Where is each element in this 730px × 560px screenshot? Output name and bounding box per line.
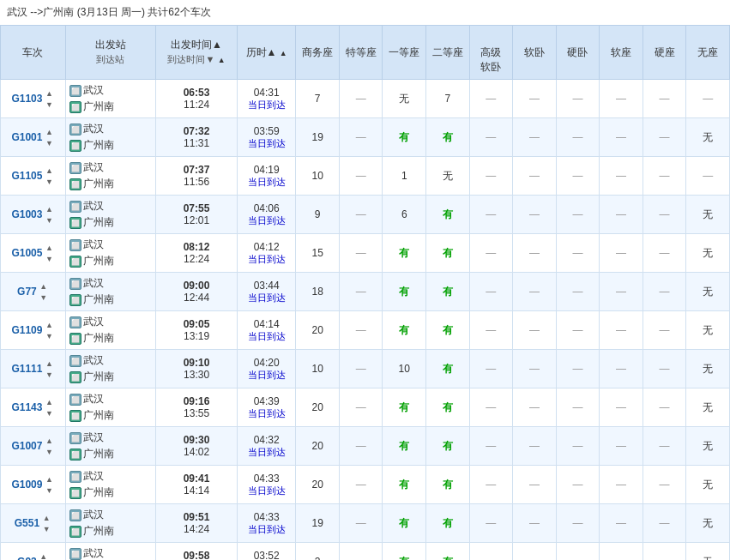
business-cell: 20 [296, 388, 340, 427]
first-cell[interactable]: 有 [383, 388, 426, 427]
second-cell[interactable]: 有 [426, 543, 470, 560]
train-down-arrow[interactable]: ▼ [44, 331, 54, 341]
train-down-arrow[interactable]: ▼ [44, 447, 54, 457]
train-up-arrow[interactable]: ▲ [44, 166, 54, 176]
hard_sleep-cell: — [556, 388, 600, 427]
soft_seat-cell: — [600, 466, 643, 504]
no_seat-cell: 无 [686, 350, 730, 388]
train-link[interactable]: G1005 [11, 247, 42, 259]
second-cell[interactable]: 有 [426, 273, 470, 311]
train-link[interactable]: G1103 [11, 93, 42, 105]
train-down-arrow[interactable]: ▼ [44, 177, 54, 187]
first-cell[interactable]: 有 [383, 466, 426, 504]
train-up-arrow[interactable]: ▲ [39, 281, 49, 292]
special-cell: — [339, 118, 383, 157]
table-row: G1103 ▲ ▼ ⬜ 武汉 ⬜ 广州南 06:53 11:24 04:31 当… [1, 80, 730, 118]
train-up-arrow[interactable]: ▲ [44, 474, 54, 485]
special-cell: — [339, 543, 383, 560]
train-link[interactable]: G93 [17, 556, 37, 560]
train-up-arrow[interactable]: ▲ [44, 204, 54, 214]
second-cell[interactable]: 有 [426, 350, 470, 388]
business-value: 20 [311, 479, 323, 491]
business-value: 20 [311, 401, 323, 413]
second-cell[interactable]: 有 [426, 234, 470, 273]
train-number-cell: G1003 ▲ ▼ [1, 196, 66, 234]
second-cell[interactable]: 有 [426, 388, 470, 427]
train-down-arrow[interactable]: ▼ [44, 370, 54, 380]
duration-time: 04:20 [241, 357, 292, 369]
train-up-arrow[interactable]: ▲ [44, 397, 54, 407]
to-station: 广州南 [83, 254, 114, 268]
train-up-arrow[interactable]: ▲ [44, 436, 54, 446]
hard_seat-cell: — [643, 273, 686, 311]
train-number-cell: G1009 ▲ ▼ [1, 466, 66, 504]
second-cell[interactable]: 有 [426, 504, 470, 543]
train-link[interactable]: G1105 [11, 170, 42, 182]
to-station-icon: ⬜ [69, 256, 81, 268]
train-link[interactable]: G551 [15, 517, 39, 529]
train-link[interactable]: G1109 [11, 324, 42, 336]
train-link[interactable]: G77 [17, 286, 37, 298]
first-cell[interactable]: 有 [383, 427, 426, 466]
train-up-arrow[interactable]: ▲ [44, 88, 54, 99]
train-up-arrow[interactable]: ▲ [44, 243, 54, 253]
train-down-arrow[interactable]: ▼ [39, 292, 49, 303]
first-value: 有 [399, 247, 409, 259]
business-value: 10 [311, 170, 323, 182]
second-cell[interactable]: 有 [426, 427, 470, 466]
from-station: 武汉 [83, 276, 104, 291]
train-up-arrow[interactable]: ▲ [44, 358, 54, 369]
second-cell[interactable]: 有 [426, 311, 470, 350]
first-cell[interactable]: 有 [383, 234, 426, 273]
first-cell[interactable]: 有 [383, 504, 426, 543]
second-cell[interactable]: 有 [426, 466, 470, 504]
soft_sleep-value: — [529, 363, 540, 375]
station-cell: ⬜ 武汉 ⬜ 广州南 [65, 196, 155, 234]
first-cell[interactable]: 有 [383, 311, 426, 350]
first-cell[interactable]: 有 [383, 273, 426, 311]
train-down-arrow[interactable]: ▼ [44, 254, 54, 264]
train-link[interactable]: G1001 [11, 131, 42, 143]
arrive-time: 14:02 [160, 446, 233, 458]
second-value: 有 [443, 479, 453, 491]
hard_seat-value: — [660, 479, 670, 491]
first-cell[interactable]: 有 [383, 543, 426, 560]
special-value: — [356, 363, 366, 375]
train-link[interactable]: G1111 [11, 363, 42, 375]
train-down-arrow[interactable]: ▼ [44, 99, 54, 110]
train-down-arrow[interactable]: ▼ [44, 485, 54, 496]
station-cell: ⬜ 武汉 ⬜ 广州南 [65, 273, 155, 311]
first-value: 有 [399, 131, 409, 143]
to-station: 广州南 [83, 408, 114, 423]
train-link[interactable]: G1007 [11, 440, 42, 452]
second-cell[interactable]: 有 [426, 196, 470, 234]
train-down-arrow[interactable]: ▼ [41, 524, 51, 534]
hard_sleep-cell: — [556, 543, 600, 560]
from-station: 武汉 [83, 122, 104, 136]
second-value: 有 [443, 363, 453, 375]
senior_soft-value: — [486, 517, 496, 529]
station-cell: ⬜ 武汉 ⬜ 广州南 [65, 311, 155, 350]
business-cell: 19 [296, 504, 340, 543]
train-link[interactable]: G1009 [11, 479, 42, 491]
train-link[interactable]: G1143 [11, 401, 42, 413]
soft_seat-value: — [616, 247, 626, 259]
second-cell[interactable]: 有 [426, 118, 470, 157]
train-up-arrow[interactable]: ▲ [44, 320, 54, 330]
hard_sleep-value: — [572, 479, 582, 491]
train-down-arrow[interactable]: ▼ [44, 215, 54, 226]
duration-time: 03:59 [241, 125, 292, 137]
train-link[interactable]: G1003 [11, 208, 42, 220]
train-up-arrow[interactable]: ▲ [39, 551, 49, 560]
hard_sleep-value: — [572, 363, 582, 375]
first-cell[interactable]: 有 [383, 118, 426, 157]
senior_soft-cell: — [469, 466, 513, 504]
train-down-arrow[interactable]: ▼ [44, 138, 54, 148]
to-station-icon: ⬜ [69, 294, 81, 306]
hard_sleep-value: — [572, 401, 582, 413]
th-time[interactable]: 出发时间▲ 到达时间▼ [156, 26, 238, 80]
train-up-arrow[interactable]: ▲ [41, 513, 51, 523]
train-down-arrow[interactable]: ▼ [44, 408, 54, 418]
train-up-arrow[interactable]: ▲ [44, 127, 54, 137]
th-duration[interactable]: 历时▲ [237, 26, 295, 80]
